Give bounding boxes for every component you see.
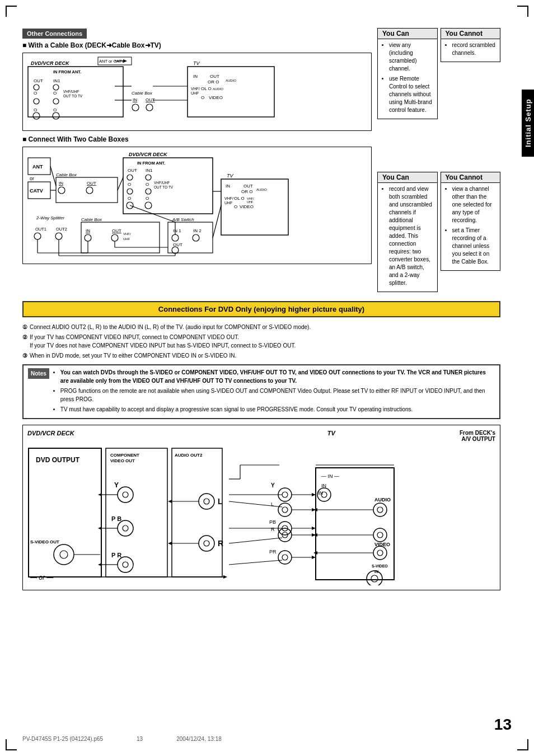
svg-rect-119 [29, 448, 101, 577]
svg-marker-130 [98, 493, 102, 496]
svg-text:UHF: UHF [191, 91, 199, 95]
svg-point-74 [55, 233, 62, 240]
you-cannot-header-1: You Cannot [441, 29, 500, 39]
cable-box-diagram: DVD/VCR DECK ANT or CATV IN FROM ANT. OU… [22, 53, 372, 131]
you-cannot-box-1: You Cannot record scrambled channels. [441, 28, 501, 62]
svg-text:AUDIO: AUDIO [226, 79, 236, 82]
dvd-diagram-title: DVD/VCR DECK TV From DECK'sA/V OUTPUT [27, 430, 495, 442]
svg-text:S-VIDEO: S-VIDEO [372, 564, 388, 568]
other-connections-header: Other Connections [22, 29, 87, 39]
you-cannot-item-2-2: set a Timer recording of a channel unles… [452, 227, 496, 266]
svg-text:OUT1: OUT1 [35, 227, 46, 232]
svg-text:S-VIDEO OUT: S-VIDEO OUT [30, 539, 59, 544]
svg-text:Y: Y [114, 481, 119, 489]
you-can-box-2: You Can record and view both scrambled a… [377, 172, 438, 292]
svg-rect-76 [221, 179, 288, 235]
page-number: 13 [494, 716, 512, 734]
svg-text:O: O [128, 196, 131, 201]
svg-text:OR O: OR O [241, 189, 252, 194]
main-content: Other Connections ■ With a Cable Box (DE… [22, 28, 500, 590]
svg-line-167 [229, 501, 282, 507]
svg-text:O: O [146, 196, 149, 201]
svg-point-13 [34, 98, 39, 104]
svg-point-101 [111, 234, 118, 241]
cable-box-title: ■ With a Cable Box (DECK➜Cable Box➜TV) [22, 41, 372, 49]
footer: PV-D4745S P1-25 (041224).p65 13 2004/12/… [22, 736, 222, 742]
svg-text:IN: IN [86, 228, 90, 233]
svg-point-132 [118, 520, 133, 536]
step-1-num: ① [22, 323, 27, 331]
you-cannot-item-2-1: view a channel other than the one select… [452, 185, 496, 224]
notes-content: You can watch DVDs through the S-VIDEO o… [54, 368, 495, 415]
svg-line-118 [213, 205, 221, 238]
svg-marker-135 [98, 527, 102, 530]
you-panels-1: You Can view any (including scrambled) c… [377, 28, 500, 121]
svg-rect-97 [81, 222, 160, 253]
svg-text:IN 1: IN 1 [173, 228, 181, 233]
svg-text:O: O [34, 91, 37, 96]
you-cannot-content-2: view a channel other than the one select… [441, 183, 500, 270]
svg-text:R: R [271, 527, 275, 532]
svg-text:OUT: OUT [112, 228, 121, 233]
footer-center: 13 [137, 736, 143, 742]
top-section: Other Connections ■ With a Cable Box (DE… [22, 28, 500, 294]
svg-text:L: L [218, 497, 223, 506]
page-container: Initial Setup 13 PV-D4745S P1-25 (041224… [0, 0, 534, 756]
svg-point-8 [53, 84, 59, 90]
svg-point-53 [127, 189, 133, 194]
svg-text:AUDIO: AUDIO [256, 188, 267, 191]
step-1-text: Connect AUDIO OUT2 (L, R) to the AUDIO I… [30, 323, 311, 331]
svg-text:IN: IN [193, 74, 198, 79]
svg-point-73 [34, 233, 41, 240]
numbered-steps: ① Connect AUDIO OUT2 (L, R) to the AUDIO… [22, 323, 500, 360]
corner-mark-tl [6, 6, 17, 17]
svg-point-205 [373, 546, 387, 560]
svg-text:IN: IN [226, 184, 230, 189]
tv-label-right: TV [327, 430, 335, 436]
you-can-item-2-1: record and view both scrambled and unscr… [389, 185, 433, 287]
svg-text:OL O: OL O [201, 86, 212, 91]
svg-text:— IN —: — IN — [321, 473, 339, 479]
notes-box: Notes You can watch DVDs through the S-V… [22, 364, 500, 419]
step-2-text: If your TV has COMPONENT VIDEO INPUT, co… [30, 333, 296, 350]
notes-bold-item: You can watch DVDs through the S-VIDEO o… [60, 368, 495, 385]
svg-text:VIDEO OUT: VIDEO OUT [110, 458, 135, 463]
svg-marker-178 [312, 527, 316, 530]
you-can-panel-1: You Can view any (including scrambled) c… [377, 28, 438, 121]
svg-text:IN FROM ANT.: IN FROM ANT. [53, 69, 81, 74]
svg-text:OUT: OUT [34, 78, 43, 83]
svg-text:VIDEO: VIDEO [240, 204, 254, 209]
two-cable-boxes-svg: DVD/VCR DECK IN FROM ANT. OUT IN1 [25, 149, 294, 261]
svg-text:ANT: ANT [32, 164, 43, 170]
two-cable-boxes-diagram: DVD/VCR DECK IN FROM ANT. OUT IN1 [22, 147, 372, 264]
left-diagrams: Other Connections ■ With a Cable Box (DE… [22, 28, 372, 294]
svg-point-128 [123, 492, 128, 497]
svg-text:or: or [30, 176, 34, 181]
svg-text:VIDEO: VIDEO [209, 95, 223, 100]
svg-text:PB: PB [269, 519, 276, 525]
svg-point-22 [132, 104, 139, 111]
svg-text:TV: TV [227, 173, 233, 179]
svg-marker-140 [98, 563, 102, 566]
you-can-content-1: view any (including scrambled) channel. … [378, 39, 437, 119]
svg-point-163 [282, 492, 288, 497]
svg-point-69 [86, 187, 93, 194]
corner-mark-br [517, 739, 528, 750]
svg-text:VHF/UHF: VHF/UHF [154, 181, 170, 185]
svg-text:VHF/: VHF/ [123, 232, 131, 236]
svg-point-54 [146, 189, 151, 194]
you-can-content-2: record and view both scrambled and unscr… [378, 183, 437, 292]
svg-text:O: O [34, 107, 37, 112]
svg-text:UHF: UHF [123, 237, 130, 241]
you-cannot-content-1: record scrambled channels. [441, 39, 500, 62]
svg-text:OUT: OUT [243, 184, 253, 189]
svg-point-212 [371, 575, 378, 582]
cable-box-svg: DVD/VCR DECK ANT or CATV IN FROM ANT. OU… [25, 55, 283, 128]
you-cannot-box-2: You Cannot view a channel other than the… [441, 172, 501, 271]
notes-label: Notes [28, 368, 49, 379]
svg-text:AUDIO OUT2: AUDIO OUT2 [175, 453, 203, 458]
svg-text:OR O: OR O [208, 79, 219, 84]
svg-point-58 [145, 202, 152, 209]
svg-text:IN1: IN1 [146, 168, 153, 173]
svg-text:P B: P B [111, 515, 121, 522]
